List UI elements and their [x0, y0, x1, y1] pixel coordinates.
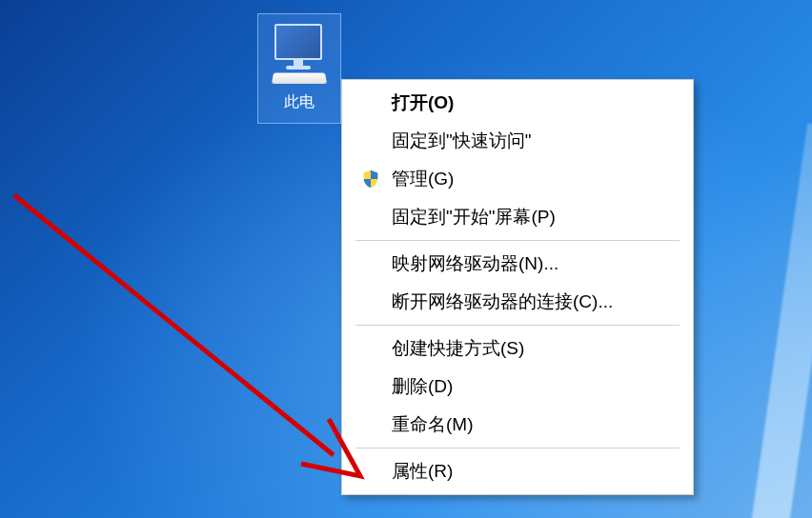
menu-separator — [355, 325, 680, 326]
menu-icon-slot — [357, 289, 384, 315]
menu-item-label: 属性(R) — [392, 459, 678, 484]
menu-item[interactable]: 固定到"快速访问" — [344, 122, 691, 160]
menu-item[interactable]: 删除(D) — [344, 368, 691, 406]
menu-item[interactable]: 断开网络驱动器的连接(C)... — [344, 283, 691, 321]
menu-item[interactable]: 打开(O) — [344, 84, 691, 122]
menu-item[interactable]: 映射网络驱动器(N)... — [344, 245, 691, 283]
uac-shield-icon — [357, 166, 384, 192]
menu-icon-slot — [357, 250, 384, 277]
menu-item-label: 映射网络驱动器(N)... — [392, 251, 678, 276]
menu-icon-slot — [357, 458, 384, 485]
menu-item-label: 创建快捷方式(S) — [392, 336, 678, 361]
menu-item-label: 固定到"快速访问" — [392, 129, 678, 153]
menu-icon-slot — [357, 335, 384, 362]
desktop-icon-label: 此电 — [262, 92, 336, 112]
context-menu: 打开(O)固定到"快速访问"管理(G)固定到"开始"屏幕(P)映射网络驱动器(N… — [341, 79, 694, 495]
menu-icon-slot — [357, 411, 384, 438]
menu-icon-slot — [357, 204, 384, 230]
menu-item[interactable]: 管理(G) — [344, 160, 691, 198]
menu-item-label: 打开(O) — [392, 90, 678, 115]
menu-item[interactable]: 重命名(M) — [344, 406, 691, 444]
menu-item-label: 重命名(M) — [392, 412, 678, 437]
this-pc-desktop-icon[interactable]: 此电 — [257, 13, 341, 124]
menu-item-label: 断开网络驱动器的连接(C)... — [392, 289, 678, 314]
menu-icon-slot — [357, 128, 384, 154]
menu-icon-slot — [357, 373, 384, 400]
menu-item-label: 删除(D) — [392, 374, 678, 399]
menu-separator — [355, 448, 680, 448]
computer-icon — [265, 20, 334, 89]
menu-separator — [355, 240, 680, 241]
menu-item-label: 管理(G) — [392, 167, 678, 191]
menu-icon-slot — [357, 90, 384, 116]
menu-item[interactable]: 创建快捷方式(S) — [344, 329, 691, 368]
menu-item[interactable]: 属性(R) — [344, 452, 691, 490]
menu-item[interactable]: 固定到"开始"屏幕(P) — [344, 198, 691, 236]
menu-item-label: 固定到"开始"屏幕(P) — [392, 205, 678, 229]
